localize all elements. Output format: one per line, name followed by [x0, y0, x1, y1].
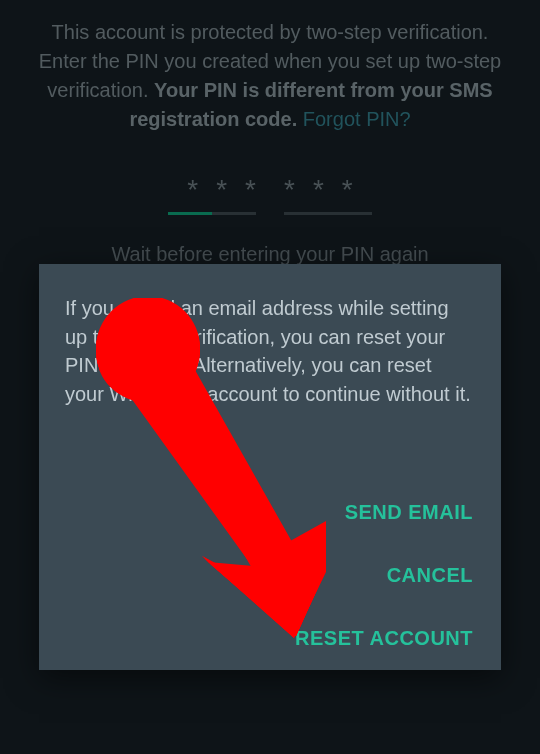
dialog-body-text: If you added an email address while sett…: [39, 264, 501, 408]
dialog-actions: SEND EMAIL CANCEL RESET ACCOUNT: [295, 501, 473, 650]
cancel-button[interactable]: CANCEL: [387, 564, 473, 587]
send-email-button[interactable]: SEND EMAIL: [345, 501, 473, 524]
reset-account-button[interactable]: RESET ACCOUNT: [295, 627, 473, 650]
forgot-pin-dialog: If you added an email address while sett…: [39, 264, 501, 670]
